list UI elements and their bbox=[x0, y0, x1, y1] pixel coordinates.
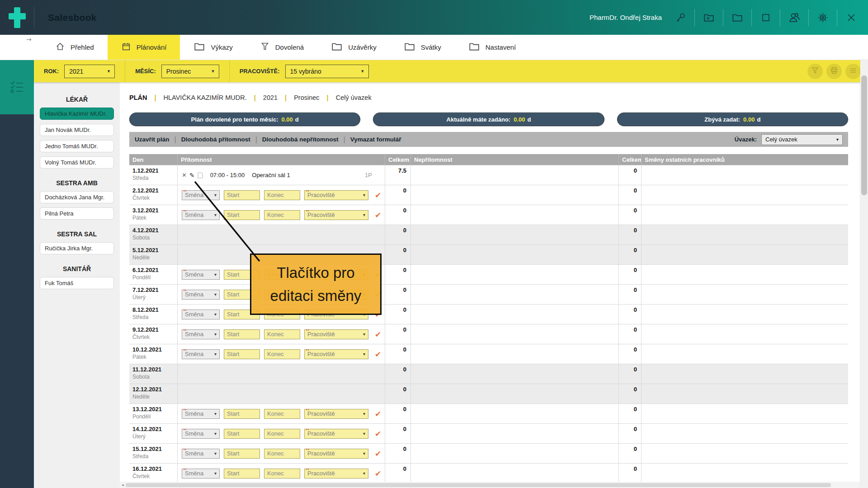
table-row: 7.12.2021Úterý''Směna▾''Pracoviště▾✔00 bbox=[129, 285, 848, 305]
print-button[interactable] bbox=[826, 64, 842, 79]
smena-select[interactable]: ''Směna▾ bbox=[182, 310, 220, 319]
konec-input[interactable] bbox=[264, 469, 300, 479]
vertical-scrollbar-thumb[interactable] bbox=[861, 75, 867, 195]
smena-select[interactable]: ''Směna▾ bbox=[182, 409, 220, 419]
vertical-scrollbar[interactable] bbox=[860, 60, 868, 488]
pracoviste-select[interactable]: ''Pracoviště▾ bbox=[304, 329, 368, 339]
uvazek-select[interactable]: Celý úvazek▾ bbox=[761, 134, 843, 145]
start-input[interactable] bbox=[224, 349, 260, 359]
pracoviste-select[interactable]: ''Pracoviště▾ bbox=[304, 449, 368, 459]
start-input[interactable] bbox=[224, 409, 260, 419]
start-input[interactable] bbox=[224, 210, 260, 220]
total-absence-cell: 0 bbox=[618, 265, 641, 284]
start-input[interactable] bbox=[224, 449, 260, 459]
smena-select[interactable]: ''Směna▾ bbox=[182, 290, 220, 300]
start-input[interactable] bbox=[224, 190, 260, 200]
smena-select[interactable]: ''Směna▾ bbox=[182, 329, 220, 339]
rail-checklist-button[interactable] bbox=[0, 60, 34, 114]
delete-shift-icon[interactable]: ✕ bbox=[182, 172, 187, 178]
smena-select[interactable]: ''Směna▾ bbox=[182, 190, 220, 200]
action-button[interactable]: Vymazat formulář bbox=[350, 136, 401, 143]
users-icon[interactable] bbox=[788, 11, 801, 24]
start-input[interactable] bbox=[224, 469, 260, 479]
smena-select[interactable]: ''Směna▾ bbox=[182, 449, 220, 459]
total-absence-cell: 0 bbox=[618, 205, 641, 225]
start-input[interactable] bbox=[224, 429, 260, 439]
smena-select[interactable]: ''Směna▾ bbox=[182, 210, 220, 220]
confirm-shift-button[interactable]: ✔ bbox=[375, 429, 381, 438]
smena-select[interactable]: ''Směna▾ bbox=[182, 270, 220, 280]
total-absence-cell: 0 bbox=[618, 364, 641, 384]
konec-input[interactable] bbox=[264, 429, 300, 439]
horizontal-scrollbar[interactable]: ◂ bbox=[120, 482, 860, 488]
confirm-shift-button[interactable]: ✔ bbox=[375, 449, 381, 458]
sidebar-item-staff[interactable]: Pilná Petra bbox=[40, 207, 114, 220]
settings-icon[interactable] bbox=[816, 11, 830, 24]
folder-n-icon[interactable]: N bbox=[702, 11, 716, 24]
pracoviste-select[interactable]: ''Pracoviště▾ bbox=[304, 349, 368, 359]
pracoviste-select[interactable]: ''Pracoviště▾ bbox=[304, 210, 368, 220]
confirm-shift-button[interactable]: ✔ bbox=[375, 191, 381, 200]
sidebar-item-staff[interactable]: Jedno Tomáš MUDr. bbox=[40, 140, 114, 152]
tab-výkazy[interactable]: Výkazy bbox=[180, 35, 246, 60]
tab-přehled[interactable]: Přehled bbox=[42, 35, 108, 60]
breadcrumb-item: PLÁN bbox=[129, 94, 147, 101]
konec-input[interactable] bbox=[264, 409, 300, 419]
breadcrumb-separator: | bbox=[254, 94, 256, 101]
konec-input[interactable] bbox=[264, 190, 300, 200]
konec-input[interactable] bbox=[264, 349, 300, 359]
key-icon[interactable] bbox=[674, 11, 687, 24]
tab-label: Výkazy bbox=[211, 43, 232, 51]
tab-svátky[interactable]: Svátky bbox=[390, 35, 455, 60]
tab-uzávěrky[interactable]: Uzávěrky bbox=[317, 35, 390, 60]
sidebar-item-staff[interactable]: Volný Tomáš MUDr. bbox=[40, 156, 114, 169]
konec-input[interactable] bbox=[264, 449, 300, 459]
sidebar-item-staff[interactable]: Docházková Jana Mgr. bbox=[40, 191, 114, 203]
folder-icon[interactable] bbox=[731, 11, 744, 24]
confirm-shift-button[interactable]: ✔ bbox=[375, 350, 381, 359]
pracoviste-select[interactable]: ''Pracoviště▾ bbox=[304, 469, 368, 479]
tab-plánování[interactable]: Plánování bbox=[108, 35, 180, 60]
sidebar-item-staff[interactable]: Jan Novák MUDr. bbox=[40, 124, 114, 136]
action-button[interactable]: Uzavřít plán bbox=[135, 136, 170, 143]
total-presence-cell: 0 bbox=[385, 324, 410, 344]
close-icon[interactable] bbox=[844, 11, 858, 24]
pracoviste-select[interactable]: ''Pracoviště▾ bbox=[304, 409, 368, 419]
horizontal-scrollbar-thumb[interactable] bbox=[126, 483, 831, 487]
konec-input[interactable] bbox=[264, 210, 300, 220]
nav-forward-arrow-icon[interactable]: → bbox=[26, 36, 32, 43]
total-absence-cell: 0 bbox=[618, 185, 641, 205]
confirm-shift-button[interactable]: ✔ bbox=[375, 469, 381, 478]
confirm-shift-button[interactable]: ✔ bbox=[375, 211, 381, 220]
edit-shift-icon[interactable]: ✎ bbox=[189, 172, 195, 179]
sidebar-item-staff[interactable]: Ručička Jirka Mgr. bbox=[40, 242, 114, 254]
scroll-left-arrow-icon[interactable]: ◂ bbox=[122, 483, 124, 487]
other-shifts-cell bbox=[641, 424, 848, 443]
tab-nastavení[interactable]: Nastavení bbox=[455, 35, 530, 60]
confirm-shift-button[interactable]: ✔ bbox=[375, 330, 381, 339]
konec-input[interactable] bbox=[264, 329, 300, 339]
confirm-shift-button[interactable]: ✔ bbox=[375, 409, 381, 418]
action-button[interactable]: Dlouhodobá nepřítomnost bbox=[262, 136, 339, 143]
table-row: 12.12.2021Neděle00 bbox=[129, 384, 848, 404]
maximize-icon[interactable] bbox=[759, 11, 773, 24]
smena-select[interactable]: ''Směna▾ bbox=[182, 349, 220, 359]
rok-select[interactable]: 2021▾ bbox=[64, 65, 115, 78]
sidebar-item-staff[interactable]: Fuk Tomáš bbox=[40, 277, 114, 289]
chevron-down-icon: ▾ bbox=[361, 68, 364, 74]
pracoviste-select[interactable]: 15 vybráno▾ bbox=[285, 65, 369, 78]
start-input[interactable] bbox=[224, 329, 260, 339]
smena-select[interactable]: ''Směna▾ bbox=[182, 469, 220, 479]
copy-shift-icon[interactable] bbox=[198, 172, 203, 178]
menu-button[interactable] bbox=[845, 64, 861, 79]
tab-dovolená[interactable]: Dovolená bbox=[246, 35, 317, 60]
smena-select[interactable]: ''Směna▾ bbox=[182, 429, 220, 439]
mesic-select[interactable]: Prosinec▾ bbox=[161, 65, 219, 78]
sidebar-item-staff[interactable]: Hlavička Kazimír MUDr. bbox=[40, 108, 114, 120]
pracoviste-select[interactable]: ''Pracoviště▾ bbox=[304, 429, 368, 439]
filter-button[interactable] bbox=[807, 64, 823, 79]
table-row: 11.12.2021Sobota00 bbox=[129, 364, 848, 384]
day-cell: 5.12.2021Neděle bbox=[129, 245, 177, 264]
action-button[interactable]: Dlouhodobá přítomnost bbox=[181, 136, 250, 143]
pracoviste-select[interactable]: ''Pracoviště▾ bbox=[304, 190, 368, 200]
